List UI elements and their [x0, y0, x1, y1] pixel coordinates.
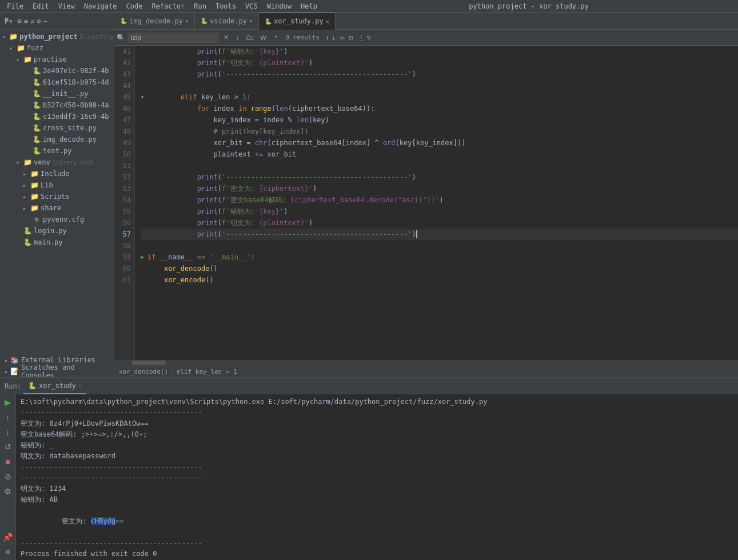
run-output[interactable]: E:\soft\pycharm\data\python_project\venv…	[16, 394, 738, 560]
run-pin-button[interactable]: 📌	[2, 531, 14, 543]
menu-window[interactable]: Window	[262, 1, 296, 11]
tab-img-decode-label: img_decode.py	[129, 17, 183, 25]
search-bar: 🔍 ✕ ↕ Cc W .* 0 results ↑ ↓ ▭ ⊟ ⋮ ▽	[114, 30, 738, 46]
menu-tools[interactable]: Tools	[211, 1, 241, 11]
menu-edit[interactable]: Edit	[28, 1, 54, 11]
tree-item-fuzz[interactable]: ▾ 📁 fuzz	[0, 42, 114, 54]
tab-vscode-label: vscode.py	[210, 17, 247, 25]
run-rerun-button[interactable]: ↺	[3, 441, 13, 453]
settings-icon[interactable]: ⚙	[37, 17, 41, 25]
search-prev-icon[interactable]: ↕	[233, 33, 241, 43]
run-toolbar: ▶ ↑ ↓ ↺ ■ ⊘ ⚙ 📌 ✕	[0, 394, 16, 560]
search-up-icon[interactable]: ↑	[325, 34, 329, 42]
menu-navigate[interactable]: Navigate	[79, 1, 122, 11]
tree-item-share[interactable]: ▸ 📁 share	[0, 202, 114, 214]
tab-xor-study-close[interactable]: ✕	[326, 18, 329, 25]
run-close-panel-button[interactable]: ✕	[3, 546, 13, 558]
regex-button[interactable]: .*	[271, 33, 280, 42]
tree-item-lib[interactable]: ▸ 📁 Lib	[0, 179, 114, 191]
run-output-ciphertext-rest: ==	[115, 517, 123, 525]
run-output-line-5: 明文为: databasepassword	[21, 451, 733, 462]
external-libraries-label: External Libraries	[21, 356, 95, 364]
run-output-ciphertext-label: 密文为:	[62, 517, 90, 525]
code-line-59: ▶ if __name__ == '__main__':	[141, 251, 738, 263]
run-tab-xor-study[interactable]: 🐍 xor_study ✕	[23, 378, 86, 394]
tree-item-main[interactable]: 🐍 main.py	[0, 237, 114, 248]
code-line-61: xor_encode()	[141, 274, 738, 286]
search-settings-icon[interactable]: ⋮	[358, 34, 365, 42]
menu-file[interactable]: File	[2, 1, 28, 11]
tab-vscode[interactable]: 🐍 vscode.py ✕	[195, 13, 259, 30]
breadcrumb-block[interactable]: elif key_len > 1	[177, 368, 237, 375]
run-tab-icon: 🐍	[28, 382, 37, 390]
sync-icon[interactable]: ⇄	[30, 17, 34, 25]
search-input[interactable]	[127, 33, 219, 43]
code-line-52: print('---------------------------------…	[141, 171, 738, 183]
run-up-button[interactable]: ↑	[5, 411, 11, 423]
run-stop-button[interactable]: ■	[4, 456, 11, 467]
breadcrumb-func[interactable]: xor_dencode()	[119, 368, 168, 375]
align-icon[interactable]: ≡	[24, 17, 28, 25]
minimize-icon[interactable]: −	[43, 17, 47, 25]
menu-help[interactable]: Help	[296, 1, 322, 11]
tree-item-file3[interactable]: 🐍 b327c450-0b90-4a	[0, 99, 114, 111]
scratches-arrow: ▸	[5, 369, 8, 375]
layout-icon[interactable]: ⊞	[17, 17, 21, 25]
tree-item-venv[interactable]: ▾ 📁 venv library root	[0, 157, 114, 168]
menu-view[interactable]: View	[54, 1, 79, 11]
run-down-button[interactable]: ↓	[5, 426, 11, 438]
editor-content: 41 42 43 44 45 46 47 48 49 50 51 52 53 5…	[114, 46, 738, 360]
project-toggle[interactable]: P▾	[5, 17, 13, 25]
tree-item-practise[interactable]: ▾ 📁 practise	[0, 54, 114, 65]
search-funnel-icon[interactable]: ▽	[367, 34, 371, 42]
sidebar-item-scratches[interactable]: ▸ 📝 Scratches and Consoles	[0, 366, 114, 377]
search-icon: 🔍	[117, 34, 125, 42]
menu-run[interactable]: Run	[189, 1, 211, 11]
tree-item-cross-site[interactable]: 🐍 cross_site.py	[0, 122, 114, 134]
tree-item-login[interactable]: 🐍 login.py	[0, 225, 114, 237]
tree-item-include[interactable]: ▸ 📁 Include	[0, 168, 114, 179]
run-tab-label: xor_study	[39, 382, 76, 390]
run-label: Run:	[2, 382, 23, 390]
code-line-57: print('---------------------------------…	[141, 229, 738, 240]
code-area[interactable]: print(f'秘钥为: {key}') print(f'明文为: {plain…	[135, 46, 738, 360]
tree-item-python-project[interactable]: ▾ 📁 python_project E:\soft\p	[0, 31, 114, 42]
menu-refactor[interactable]: Refactor	[147, 1, 189, 11]
whole-word-button[interactable]: W	[258, 33, 268, 42]
run-settings-button[interactable]: ⚙	[3, 486, 13, 497]
tab-img-decode-close[interactable]: ✕	[185, 18, 189, 24]
scratches-icon: 📝	[10, 367, 19, 375]
match-case-button[interactable]: Cc	[244, 33, 256, 42]
tree-item-file2[interactable]: 🐍 61cef518-b975-4d	[0, 77, 114, 88]
menu-bar: File Edit View Navigate Code Refactor Ru…	[0, 0, 738, 13]
run-tab-close-button[interactable]: ✕	[78, 382, 82, 389]
run-output-line-4: 秘钥为: _	[21, 440, 733, 451]
external-libraries-arrow: ▸	[5, 357, 8, 363]
tree-item-pyvenv[interactable]: ⚙ pyvenv.cfg	[0, 214, 114, 225]
search-results-text: 0 results	[282, 34, 323, 41]
search-close-button[interactable]: ✕	[221, 33, 231, 42]
tree-item-file4[interactable]: 🐍 c13eddf3-16c9-4b	[0, 111, 114, 122]
horizontal-scrollbar[interactable]	[114, 360, 738, 366]
scratches-label: Scratches and Consoles	[21, 363, 109, 377]
run-output-line-11: ----------------------------------------…	[21, 538, 733, 549]
run-play-button[interactable]: ▶	[3, 397, 12, 408]
run-output-ciphertext-highlight: cHBydg	[91, 517, 115, 525]
menu-code[interactable]: Code	[122, 1, 147, 11]
search-in-selection-icon[interactable]: ▭	[340, 34, 344, 42]
tree-item-img-decode[interactable]: 🐍 img_decode.py	[0, 134, 114, 145]
tabs-bar: 🐍 img_decode.py ✕ 🐍 vscode.py ✕ 🐍 xor_st…	[114, 13, 738, 30]
tree-item-test[interactable]: 🐍 test.py	[0, 145, 114, 157]
search-down-icon[interactable]: ↓	[332, 34, 336, 42]
tree-item-init[interactable]: 🐍 __init__.py	[0, 88, 114, 99]
sidebar-bottom-section: ▸ 📚 External Libraries ▸ 📝 Scratches and…	[0, 354, 114, 377]
run-output-line-2: 密文为: 0z4rPj0+LDovPiwsKDAtOw==	[21, 418, 733, 429]
tree-item-file1[interactable]: 🐍 2e497e1c-982f-4b	[0, 65, 114, 77]
menu-vcs[interactable]: VCS	[241, 1, 262, 11]
search-filter-icon[interactable]: ⊟	[349, 34, 353, 42]
tree-item-scripts[interactable]: ▸ 📁 Scripts	[0, 191, 114, 202]
tab-vscode-close[interactable]: ✕	[249, 18, 253, 24]
tab-img-decode[interactable]: 🐍 img_decode.py ✕	[114, 13, 195, 30]
run-clear-button[interactable]: ⊘	[3, 471, 13, 482]
tab-xor-study[interactable]: 🐍 xor_study.py ✕	[259, 13, 336, 30]
